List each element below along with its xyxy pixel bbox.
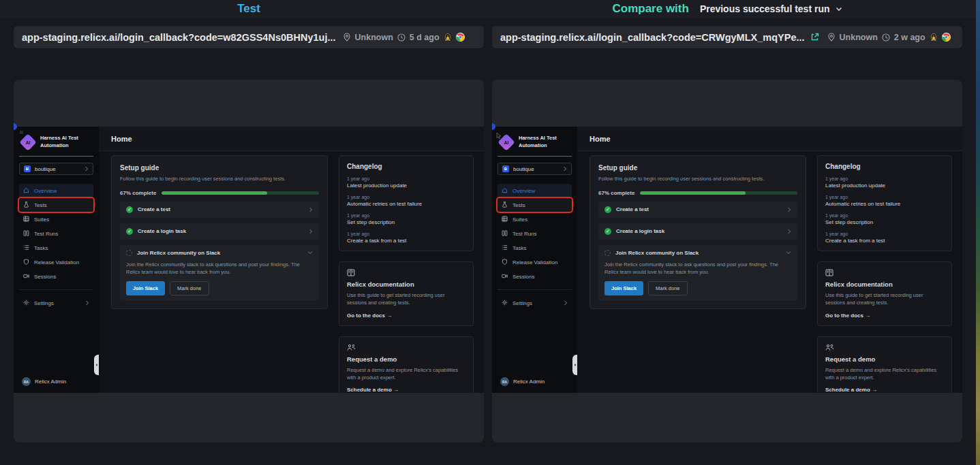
sidebar-item-label: Tests	[34, 202, 47, 208]
app-page-header: Home	[99, 127, 484, 151]
book-icon	[347, 269, 465, 276]
video-camera-icon	[502, 273, 508, 280]
setup-progress: 67% complete	[598, 190, 797, 196]
home-icon	[23, 187, 29, 195]
user-name: Relicx Admin	[513, 379, 545, 385]
compare-location: Unknown	[840, 33, 878, 42]
changelog-time: 1 year ago	[347, 213, 465, 218]
clock-icon	[882, 33, 890, 42]
user-menu: RA Relicx Admin	[497, 377, 572, 386]
changelog-text: Latest production update	[347, 182, 465, 189]
sidebar-item-label: Settings	[512, 300, 532, 306]
sidebar-item-release-validation: Release Validation	[497, 255, 572, 269]
app-sidebar: AI Harness AI Test Automation B boutique…	[492, 127, 577, 393]
sidebar-item-label: Tests	[512, 202, 525, 208]
app-screenshot-content: ✕ AI Harness AI Test Automation B boutiq…	[492, 127, 962, 393]
compare-url-bar: app-staging.relicx.ai/login_callback?cod…	[492, 26, 962, 48]
sidebar-item-label: Overview	[512, 188, 535, 194]
changelog-card: Changelog 1 year ago Latest production u…	[817, 155, 952, 251]
request-demo-card: Request a demo Request a demo and explor…	[339, 336, 474, 394]
chevron-right-icon	[564, 300, 568, 306]
chevron-right-icon	[309, 207, 313, 212]
go-to-docs-link: Go to the docs →	[347, 312, 465, 319]
setup-guide-card: Setup guide Follow this guide to begin r…	[589, 155, 806, 309]
chevron-down-icon	[836, 7, 842, 12]
progress-label: 67% complete	[120, 190, 156, 196]
setup-guide-column: Setup guide Follow this guide to begin r…	[589, 155, 806, 393]
avatar: RA	[500, 377, 509, 386]
chrome-icon	[942, 33, 951, 42]
external-link-icon[interactable]	[810, 33, 819, 42]
sidebar-item-tasks: Tasks	[497, 241, 572, 255]
sidebar-divider	[497, 156, 572, 157]
setup-step-create-test: ✓ Create a test	[598, 202, 797, 218]
compare-url-meta: Unknown 2 w ago	[827, 33, 951, 42]
app-brand-name: Harness AI Test Automation	[40, 135, 93, 149]
app-sidebar: AI Harness AI Test Automation B boutique…	[14, 127, 99, 393]
sidebar-collapse-handle	[572, 355, 577, 375]
linux-icon	[444, 33, 452, 42]
changelog-time: 1 year ago	[825, 231, 944, 236]
changelog-entry: 1 year ago Latest production update	[347, 176, 465, 189]
step-label: Create a test	[616, 206, 649, 212]
changelog-time: 1 year ago	[825, 213, 944, 218]
changelog-entry: 1 year ago Automatic retries on test fai…	[825, 195, 944, 207]
chrome-icon	[456, 33, 465, 42]
changelog-title: Changelog	[825, 163, 944, 170]
sidebar-item-label: Release Validation	[512, 259, 557, 266]
setup-guide-subtitle: Follow this guide to begin recording use…	[120, 176, 319, 183]
app-screenshot-content: ✕ AI Harness AI Test Automation B boutiq…	[14, 127, 484, 393]
changelog-text: Create a task from a test	[347, 238, 465, 244]
video-camera-icon	[23, 273, 29, 280]
page-title: Home	[589, 135, 611, 143]
app-brand: AI Harness AI Test Automation	[497, 135, 572, 149]
sidebar-item-label: Test Runs	[512, 231, 537, 237]
info-column: Changelog 1 year ago Latest production u…	[339, 155, 474, 393]
progress-fill	[640, 191, 746, 195]
setup-step-join-slack: Join Relicx community on Slack Join the …	[598, 245, 797, 301]
setup-guide-title: Setup guide	[598, 164, 797, 172]
project-selector: B boutique	[497, 163, 572, 175]
setup-step-join-slack: Join Relicx community on Slack Join the …	[120, 245, 319, 301]
test-title: Test	[237, 2, 260, 16]
request-demo-title: Request a demo	[825, 355, 944, 363]
compare-run-dropdown[interactable]: Previous successful test run	[700, 3, 842, 14]
test-comparison-view: Test Compare with Previous successful te…	[0, 0, 980, 465]
check-circle-icon: ✓	[604, 206, 611, 213]
app-brand: AI Harness AI Test Automation	[19, 135, 93, 149]
comparison-header: Test Compare with Previous successful te…	[0, 0, 980, 18]
sidebar-item-label: Sessions	[512, 274, 534, 280]
test-url: app-staging.relicx.ai/login_callback?cod…	[22, 32, 336, 43]
release-validation-icon	[23, 259, 29, 266]
sidebar-nav: Overview Tests Suites Test Runs Tasks	[19, 184, 93, 283]
sidebar-item-label: Release Validation	[34, 259, 79, 266]
chevron-right-icon	[309, 229, 313, 234]
list-icon	[502, 244, 508, 252]
compare-url: app-staging.relicx.ai/login_callback?cod…	[500, 32, 805, 43]
sidebar-item-label: Suites	[512, 217, 527, 223]
sidebar-item-label: Tasks	[512, 245, 526, 251]
avatar: RA	[22, 377, 31, 386]
sidebar-item-sessions: Sessions	[497, 270, 572, 283]
test-age: 5 d ago	[410, 33, 440, 42]
changelog-text: Create a task from a test	[825, 238, 944, 244]
sidebar-item-suites: Suites	[497, 212, 572, 226]
gear-icon	[502, 300, 508, 307]
changelog-text: Set step description	[825, 219, 944, 225]
sidebar-divider	[19, 156, 93, 157]
user-name: Relicx Admin	[35, 379, 66, 385]
step-description: Join the Relicx community slack to ask q…	[604, 261, 791, 276]
cursor-arrow-icon	[496, 129, 502, 142]
sidebar-divider	[497, 289, 572, 290]
changelog-time: 1 year ago	[825, 176, 944, 181]
request-demo-title: Request a demo	[347, 355, 465, 363]
gear-icon	[23, 300, 29, 307]
mark-done-button: Mark done	[648, 281, 687, 295]
pending-circle-icon	[604, 250, 611, 256]
book-icon	[825, 269, 944, 276]
grid-icon	[502, 216, 508, 223]
documentation-card: Relicx documentation Use this guide to g…	[817, 261, 952, 326]
linux-icon	[930, 33, 938, 42]
changelog-entry: 1 year ago Automatic retries on test fai…	[347, 195, 465, 207]
sidebar-item-label: Test Runs	[34, 231, 59, 237]
